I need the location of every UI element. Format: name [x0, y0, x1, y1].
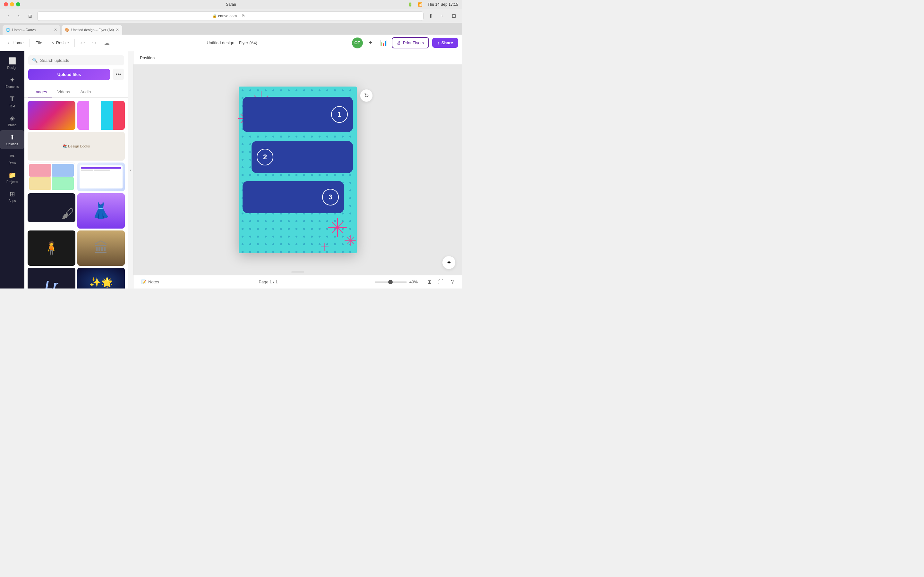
tab-design-close[interactable]: ✕ — [116, 27, 119, 32]
sparkles-bottom — [312, 208, 363, 259]
box-2[interactable]: 2 — [252, 141, 353, 173]
ai-icon: ✦ — [447, 259, 451, 266]
home-button[interactable]: ← Home — [4, 39, 27, 47]
share-browser-button[interactable]: ⬆ — [426, 11, 435, 21]
zoom-value: 49% — [409, 279, 422, 284]
apps-icon: ⊞ — [10, 190, 15, 198]
tab-design-label: Untitled design – Flyer (A4) — [71, 28, 114, 32]
notes-button[interactable]: 📝 Notes — [139, 278, 162, 285]
back-button[interactable]: ‹ — [4, 11, 13, 21]
nav-buttons: ‹ › — [4, 11, 23, 21]
grid-view-button[interactable]: ⊞ — [425, 277, 434, 287]
tab-home-close[interactable]: ✕ — [54, 27, 57, 32]
sidebar-item-apps[interactable]: ⊞ Apps — [0, 187, 24, 206]
url-text: canva.com — [218, 14, 237, 18]
help-button[interactable]: ? — [448, 277, 457, 287]
tabs-button[interactable]: ⊞ — [449, 11, 458, 21]
canvas-collapse-handle[interactable] — [291, 269, 304, 275]
box-3[interactable]: 3 — [242, 181, 344, 213]
upload-thumb-1[interactable] — [27, 101, 75, 130]
notes-label: Notes — [148, 279, 159, 284]
sidebar-item-uploads[interactable]: ⬆ Uploads — [0, 130, 24, 149]
print-icon: 🖨 — [397, 40, 401, 45]
redo-button[interactable]: ↪ — [89, 38, 99, 48]
sidebar-item-elements[interactable]: ✦ Elements — [0, 73, 24, 92]
divider-2 — [74, 39, 75, 47]
more-options-button[interactable]: ••• — [113, 69, 124, 80]
lock-icon: 🔒 — [212, 14, 217, 18]
close-button[interactable] — [4, 2, 8, 6]
add-collaborator-button[interactable]: + — [366, 39, 375, 47]
titlebar-right: 🔋 📶 Thu 14 Sep 17:15 — [408, 2, 458, 7]
resize-button[interactable]: ⤡ Resize — [48, 39, 72, 47]
tab-design[interactable]: 🎨 Untitled design – Flyer (A4) ✕ — [61, 25, 122, 35]
uploads-grid: 📚 Design Books — [24, 98, 128, 288]
tab-audio[interactable]: Audio — [75, 87, 96, 97]
sidebar-item-design[interactable]: ⬜ Design — [0, 54, 24, 73]
file-button[interactable]: File — [32, 39, 45, 47]
print-button[interactable]: 🖨 Print Flyers — [392, 37, 429, 48]
save-cloud-button[interactable]: ☁ — [102, 38, 112, 48]
analytics-button[interactable]: 📊 — [378, 38, 389, 48]
minimize-button[interactable] — [10, 2, 14, 6]
forward-button[interactable]: › — [14, 11, 23, 21]
datetime: Thu 14 Sep 17:15 — [428, 2, 458, 7]
circle-num-1: 1 — [331, 106, 348, 123]
share-label: Share — [441, 40, 453, 45]
design-canvas[interactable]: 1 2 3 — [239, 87, 357, 253]
avatar-button[interactable]: OT — [352, 37, 363, 48]
canvas-refresh-button[interactable]: ↻ — [360, 89, 373, 102]
sidebar-toggle[interactable]: ⊞ — [26, 11, 35, 21]
tab-images[interactable]: Images — [28, 87, 52, 97]
ai-assist-button[interactable]: ✦ — [442, 256, 456, 269]
zoom-thumb — [388, 280, 393, 284]
upload-thumb-9[interactable]: 🏛 — [78, 230, 125, 266]
upload-thumb-4[interactable] — [27, 163, 75, 191]
uploads-icon: ⬆ — [10, 133, 15, 141]
address-bar[interactable]: 🔒 canva.com ↻ — [37, 11, 423, 21]
sidebar-label-elements: Elements — [5, 85, 19, 89]
tab-home[interactable]: 🌐 Home – Canva ✕ — [3, 25, 60, 35]
maximize-button[interactable] — [16, 2, 20, 6]
share-button[interactable]: ↑ Share — [432, 38, 458, 48]
hide-panel-button[interactable]: ‹ — [128, 51, 134, 288]
upload-thumb-10[interactable]: Lr — [27, 268, 75, 288]
fullscreen-button[interactable]: ⛶ — [436, 277, 445, 287]
upload-thumb-3[interactable]: 📚 Design Books — [27, 132, 125, 161]
sidebar-item-text[interactable]: T Text — [0, 92, 24, 111]
circle-num-3: 3 — [322, 189, 339, 205]
refresh-button[interactable]: ↻ — [239, 11, 248, 21]
sidebar-item-projects[interactable]: 📁 Projects — [0, 168, 24, 187]
search-input[interactable] — [40, 58, 120, 63]
page-info: Page 1 / 1 — [166, 279, 371, 284]
design-icon: ⬜ — [8, 57, 16, 65]
sidebar-label-apps: Apps — [9, 199, 16, 203]
tab-videos[interactable]: Videos — [52, 87, 75, 97]
sidebar-item-draw[interactable]: ✏ Draw — [0, 149, 24, 168]
sidebar-item-brand[interactable]: ◈ Brand — [0, 111, 24, 130]
upload-thumb-11[interactable]: ✨🌟 — [78, 268, 125, 288]
app-title: Safari — [226, 2, 236, 7]
browser-actions: ⬆ + ⊞ — [426, 11, 458, 21]
upload-thumb-2[interactable] — [78, 101, 125, 130]
new-tab-button[interactable]: + — [438, 11, 447, 21]
box-1[interactable]: 1 — [242, 97, 353, 132]
circle-num-2: 2 — [257, 149, 273, 165]
page-label: Page 1 / 1 — [258, 279, 278, 284]
home-label: Home — [13, 40, 24, 45]
upload-thumb-7[interactable]: 👗 — [78, 193, 125, 229]
canvas-statusbar: 📝 Notes Page 1 / 1 49% ⊞ ⛶ ? — [134, 275, 462, 288]
upload-files-button[interactable]: Upload files — [28, 69, 110, 80]
undo-button[interactable]: ↩ — [78, 38, 87, 48]
canvas-area: Position — [134, 51, 462, 288]
upload-thumb-6[interactable]: 🖌 — [27, 193, 75, 222]
upload-thumb-8[interactable]: 🧍 — [27, 230, 75, 266]
projects-icon: 📁 — [8, 171, 16, 179]
share-icon: ↑ — [437, 40, 439, 45]
zoom-slider[interactable] — [375, 282, 407, 283]
upload-thumb-5[interactable] — [78, 163, 125, 191]
upload-btn-row: Upload files ••• — [28, 69, 124, 80]
resize-icon: ⤡ — [51, 40, 55, 45]
main-content: ⬜ Design ✦ Elements T Text ◈ Brand ⬆ Upl… — [0, 51, 462, 288]
design-title: Untitled design – Flyer (A4) — [207, 40, 257, 45]
